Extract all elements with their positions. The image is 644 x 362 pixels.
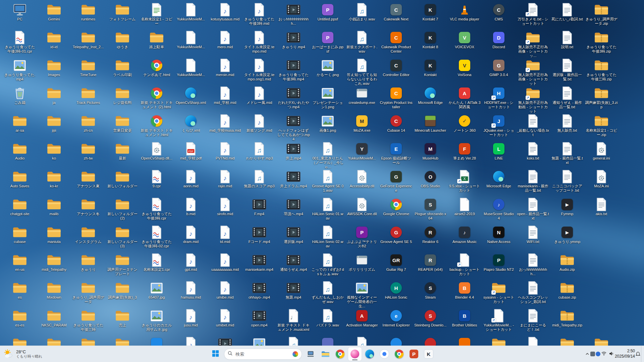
desktop-icon[interactable]: ヘッドフォンはずしててもあかつ.mp4 [276, 113, 311, 141]
desktop-icon[interactable]: cubase.zip [550, 280, 584, 308]
google-chrome-icon[interactable] [333, 347, 347, 361]
desktop-icon[interactable]: manisekarin.mp4 [242, 252, 276, 280]
desktop-icon[interactable]: jijii [37, 113, 71, 141]
desktop-icon[interactable]: YYukkuriMovieM... [345, 141, 379, 169]
desktop-icon[interactable]: 新しいフォルダー (3) [105, 225, 140, 252]
desktop-icon[interactable]: ♪mid_学校.mid [208, 85, 242, 113]
desktop-icon[interactable]: Minecraft Launcher [413, 113, 447, 141]
desktop-icon[interactable]: J↗JQuake.exe - ショートカット [482, 113, 516, 141]
desktop-icon[interactable]: EEpson 接続診断ツール [379, 141, 413, 169]
desktop-icon[interactable]: ♪rajio.mid [208, 169, 242, 197]
desktop-icon[interactable]: 死にたい_♪歌詞.txt [550, 2, 584, 30]
desktop-icon[interactable]: 名称未設定1 - コピー [140, 2, 174, 30]
desktop-icon[interactable]: SSteinberg Downlo... [413, 308, 447, 336]
desktop-icon[interactable]: きゅうり食ってた午後3時-02.cpr [140, 225, 174, 252]
desktop-icon[interactable]: ♫新規エクスポート.wav [345, 30, 379, 58]
desktop-icon[interactable]: BBlender 4.4 [447, 280, 482, 308]
desktop-icon[interactable]: ▶きゅうり.ymmp [550, 225, 584, 252]
desktop-icon[interactable]: ♫無題のスコア.mp3 [242, 169, 276, 197]
desktop-icon[interactable]: ヘルスコンプレッション_歌詞.txt [516, 280, 550, 308]
desktop-icon[interactable]: ♫小銭詰まり.wav [345, 2, 379, 30]
desktop-icon[interactable]: フォトフレーム [105, 2, 140, 30]
desktop-icon[interactable]: WIFI.txt [516, 225, 550, 252]
desktop-icon[interactable]: 新規 テキスト ドキュメント (2).html [140, 85, 174, 113]
desktop-icon[interactable]: MMoZA.exe [345, 113, 379, 141]
desktop-icon[interactable]: きゅうり食ってた午後3時.zip [584, 30, 619, 58]
desktop-icon[interactable]: PPiapro Studio NT2 [482, 252, 516, 280]
desktop-icon[interactable]: OOBS Studio [413, 169, 447, 197]
desktop-icon[interactable]: PDFmid_学校.pdf [174, 141, 208, 169]
desktop-icon[interactable]: open - 親作品一覧.txt [516, 197, 550, 225]
search-input[interactable] [235, 351, 290, 357]
desktop-icon[interactable]: ♪jusu.mid [174, 308, 208, 336]
desktop-icon[interactable]: NKSC_PARAM [37, 308, 71, 336]
desktop-icon[interactable]: ♪タイトル未設定.tempo.mid [242, 30, 276, 58]
desktop-icon[interactable]: きゅうりのカエル用サムネ.jpg [140, 308, 174, 336]
desktop-icon[interactable]: テンポあて.html [140, 58, 174, 85]
desktop-icon[interactable]: Audio [3, 141, 37, 169]
desktop-icon[interactable]: ♪dram.mid [174, 225, 208, 252]
desktop-icon[interactable]: ↗万引きメモ.txt - ショートカット [516, 2, 550, 30]
network-volume-group[interactable] [601, 347, 614, 361]
desktop-icon[interactable]: Pおーばーまにみ.ppsf [311, 30, 345, 58]
desktop-icon[interactable]: 最新 [105, 141, 140, 169]
desktop-icon[interactable]: ksks.txt [516, 141, 550, 169]
desktop-icon[interactable]: Pぷよぷよ™テトリス®2 [345, 225, 379, 252]
desktop-icon[interactable]: きゅうり食ってた.mp4 [3, 58, 37, 85]
desktop-icon[interactable]: airset2-2019 [447, 197, 482, 225]
desktop-icon[interactable]: ♪kotusytuaaus.mid [208, 2, 242, 30]
desktop-icon[interactable]: YukkuriMovieM... [174, 2, 208, 30]
desktop-icon[interactable]: ▶Fymmp [550, 197, 584, 225]
desktop-icon[interactable]: createdump.exe [345, 85, 379, 113]
desktop-icon[interactable]: ♪MuseScore Studio 4 [482, 197, 516, 225]
desktop-icon[interactable]: 通知うぜえ - 親作品一覧.txt [550, 85, 584, 113]
desktop-icon[interactable]: 無題.mp4 [276, 280, 311, 308]
file-explorer-icon[interactable] [319, 347, 332, 361]
desktop-icon[interactable]: malib [37, 197, 71, 225]
desktop-icon[interactable]: ♫001_東北きりたん（ノーマル）_今しゃ... [311, 141, 345, 169]
desktop-icon[interactable]: ↗syasinn - ショートカット [482, 280, 516, 308]
desktop-icon[interactable]: Microsoft Edge [413, 85, 447, 113]
desktop-icon[interactable]: ♪b.mid [174, 197, 208, 225]
desktop-icon[interactable]: Fコード.mp4 [242, 225, 276, 252]
desktop-icon[interactable]: きゅうり食ってた午後3時.mp4 [276, 58, 311, 85]
desktop-icon[interactable]: OpenCvSharp.dll... [140, 141, 174, 169]
desktop-icon[interactable]: きゅうり [71, 252, 105, 280]
desktop-icon[interactable]: アナウンス冬 [71, 197, 105, 225]
desktop-icon[interactable]: ♫Groove Agent SE 01.wav [311, 169, 345, 197]
desktop-icon[interactable]: レジ袋有料 [105, 85, 140, 113]
desktop-icon[interactable]: ♪新規ソング.mid [242, 113, 276, 141]
desktop-icon[interactable]: LLINE [482, 141, 516, 169]
desktop-icon[interactable]: _起動しない場合.txt [516, 113, 550, 141]
desktop-icon[interactable]: ラベル印刷 [105, 58, 140, 85]
desktop-icon[interactable]: maniuta [37, 225, 71, 252]
desktop-icon[interactable]: ♪PVTNd.mid [208, 141, 242, 169]
desktop-icon[interactable]: Mixdown [37, 280, 71, 308]
desktop-icon[interactable]: ♪umibet.mid [208, 308, 242, 336]
light-browser-app-icon[interactable] [378, 347, 391, 361]
desktop-icon[interactable] [584, 336, 619, 346]
desktop-icon[interactable]: ♪Amazon Music [447, 225, 482, 252]
desktop-icon[interactable]: es [3, 280, 37, 308]
desktop-icon[interactable]: eInternet Explorer [379, 308, 413, 336]
desktop-icon[interactable]: ko [37, 141, 71, 169]
daw-app-icon[interactable]: K [422, 347, 435, 361]
desktop-icon[interactable]: Gemini [37, 2, 71, 30]
tray-app-icon[interactable] [590, 347, 595, 361]
desktop-icon[interactable] [242, 336, 276, 346]
desktop-icon[interactable]: きゅうり食ってた午後3時.cpr [140, 197, 174, 225]
desktop-icon[interactable]: おっhhhhhhhhhhh... [516, 252, 550, 280]
desktop-icon[interactable]: ♪sirofo.mid [208, 197, 242, 225]
desktop-icon[interactable]: RREAPER (x64) [413, 252, 447, 280]
desktop-icon[interactable]: BBrother Utilities [447, 308, 482, 336]
desktop-icon[interactable]: ohhayo-.mp4 [242, 280, 276, 308]
desktop-icon[interactable]: 新しいフォルダー (2) [105, 197, 140, 225]
desktop-icon[interactable]: 路上駐車 [140, 30, 174, 58]
desktop-icon[interactable]: KKontakt 8 [413, 30, 447, 58]
microsoft-edge-icon[interactable] [363, 347, 376, 361]
desktop-icon[interactable]: ♫HALion Sonic 01.wav [311, 197, 345, 225]
desktop-icon[interactable]: ♪meroin.mid [208, 58, 242, 85]
desktop-icon[interactable]: akis.txt [584, 197, 619, 225]
desktop-icon[interactable]: zh-tw [71, 141, 105, 169]
desktop-icon[interactable]: 新しいフォルダー [105, 169, 140, 197]
